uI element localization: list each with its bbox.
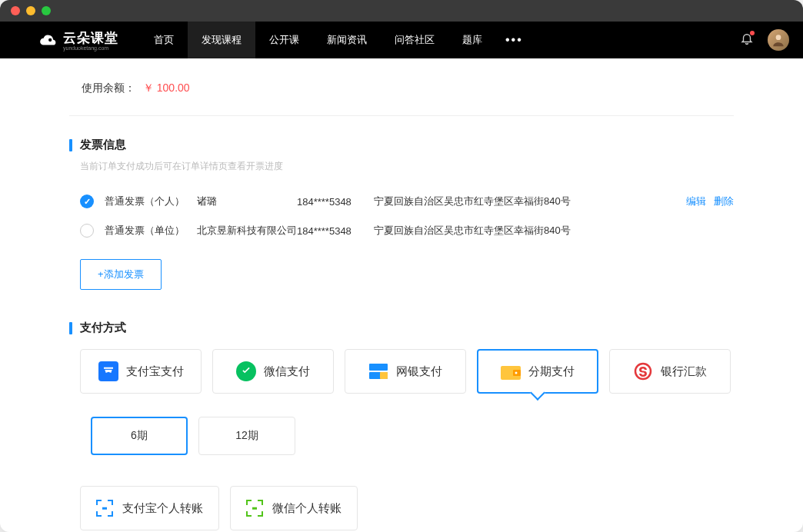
svg-rect-4 [380, 372, 388, 379]
invoice-section-title: 发票信息 [69, 138, 734, 152]
invoice-row[interactable]: 普通发票（个人） 诸璐 184****5348 宁夏回族自治区吴忠市红寺堡区幸福… [80, 187, 734, 216]
alipay-icon [98, 361, 118, 381]
invoice-row[interactable]: 普通发票（单位） 北京昱新科技有限公司 184****5348 宁夏回族自治区吴… [80, 216, 734, 245]
svg-point-1 [776, 35, 781, 40]
transfer-label: 微信个人转账 [272, 501, 342, 516]
top-navigation: 云朵课堂 yunduoketang.com 首页 发现课程 公开课 新闻资讯 问… [0, 22, 803, 58]
payment-alipay[interactable]: 支付宝支付 [80, 349, 202, 394]
payment-label: 支付宝支付 [126, 364, 184, 379]
balance-label: 使用余额： [82, 81, 135, 94]
scan-icon [96, 500, 113, 517]
nav-item-bank[interactable]: 题库 [448, 22, 496, 58]
brand-name: 云朵课堂 [63, 29, 118, 47]
payment-section: 支付方式 支付宝支付 微信支付 [69, 321, 734, 530]
invoice-name: 诸璐 [197, 195, 297, 208]
wallet-icon [501, 361, 521, 381]
nav-more-icon[interactable]: ••• [496, 22, 532, 58]
nav-item-news[interactable]: 新闻资讯 [313, 22, 381, 58]
notification-bell[interactable] [740, 32, 754, 48]
app-window: 云朵课堂 yunduoketang.com 首页 发现课程 公开课 新闻资讯 问… [0, 0, 803, 532]
invoice-edit-link[interactable]: 编辑 [686, 195, 706, 207]
payment-methods: 支付宝支付 微信支付 网银支付 [80, 349, 734, 394]
nav-item-discover[interactable]: 发现课程 [188, 22, 255, 58]
brand-logo[interactable]: 云朵课堂 yunduoketang.com [38, 29, 118, 51]
balance-row: 使用余额： ￥ 100.00 [69, 58, 734, 116]
invoice-actions: 编辑 删除 [681, 195, 734, 208]
wechat-icon [236, 361, 256, 381]
avatar-icon [771, 32, 786, 48]
invoice-phone: 184****5348 [297, 225, 374, 237]
invoice-delete-link[interactable]: 删除 [714, 195, 734, 207]
nav-item-public[interactable]: 公开课 [255, 22, 313, 58]
payment-wechat[interactable]: 微信支付 [212, 349, 334, 394]
invoice-address: 宁夏回族自治区吴忠市红寺堡区幸福街840号 [374, 195, 681, 208]
svg-point-0 [48, 38, 52, 42]
invoice-phone: 184****5348 [297, 196, 374, 208]
payment-unionpay[interactable]: 网银支付 [345, 349, 466, 394]
period-12[interactable]: 12期 [198, 417, 295, 455]
invoice-section-subtitle: 当前订单支付成功后可在订单详情页查看开票进度 [80, 160, 734, 173]
payment-bank[interactable]: 银行汇款 [609, 349, 731, 394]
invoice-type: 普通发票（个人） [105, 195, 197, 208]
payment-label: 银行汇款 [661, 364, 707, 379]
svg-point-7 [515, 372, 518, 374]
nav-item-qa[interactable]: 问答社区 [381, 22, 448, 58]
main-content: 使用余额： ￥ 100.00 发票信息 当前订单支付成功后可在订单详情页查看开票… [0, 58, 803, 532]
window-maximize-icon[interactable] [42, 6, 51, 15]
window-minimize-icon[interactable] [26, 6, 35, 15]
nav-item-home[interactable]: 首页 [140, 22, 188, 58]
installment-periods: 6期 12期 [91, 417, 734, 455]
nav-items: 首页 发现课程 公开课 新闻资讯 问答社区 题库 ••• [140, 22, 532, 58]
window-close-icon[interactable] [11, 6, 20, 15]
transfer-alipay[interactable]: 支付宝个人转账 [80, 486, 219, 530]
payment-section-title: 支付方式 [69, 321, 734, 335]
transfer-wechat[interactable]: 微信个人转账 [230, 486, 358, 530]
period-6[interactable]: 6期 [91, 417, 188, 455]
add-invoice-button[interactable]: +添加发票 [80, 259, 162, 290]
invoice-type: 普通发票（单位） [105, 224, 197, 238]
window-titlebar [0, 0, 803, 22]
notification-dot-icon [750, 31, 755, 35]
invoice-radio-checked[interactable] [80, 195, 94, 208]
transfer-label: 支付宝个人转账 [122, 501, 203, 516]
balance-amount: ￥ 100.00 [143, 81, 190, 94]
payment-label: 分期支付 [528, 364, 575, 379]
payment-installment[interactable]: 分期支付 [477, 349, 598, 394]
invoice-name: 北京昱新科技有限公司 [197, 224, 297, 238]
invoice-radio-unchecked[interactable] [80, 224, 94, 238]
invoice-list: 普通发票（个人） 诸璐 184****5348 宁夏回族自治区吴忠市红寺堡区幸福… [80, 187, 734, 245]
svg-rect-2 [369, 364, 388, 371]
invoice-address: 宁夏回族自治区吴忠市红寺堡区幸福街840号 [374, 224, 734, 238]
transfer-methods: 支付宝个人转账 微信个人转账 [80, 486, 734, 530]
unionpay-icon [368, 361, 388, 381]
cloud-logo-icon [38, 30, 58, 50]
user-avatar[interactable] [768, 29, 789, 51]
payment-label: 网银支付 [396, 364, 442, 379]
scan-icon [246, 500, 263, 517]
payment-label: 微信支付 [264, 364, 310, 379]
bank-icon [633, 361, 653, 381]
